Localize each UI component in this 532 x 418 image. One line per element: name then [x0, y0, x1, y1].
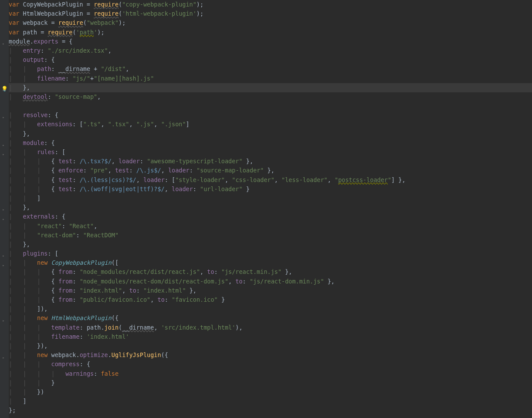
fold-icon[interactable]: ▸	[0, 215, 7, 224]
code-line[interactable]: | devtool: "source-map",	[9, 92, 532, 101]
fold-icon[interactable]: ▸	[0, 85, 7, 94]
code-line[interactable]: | | ]	[9, 194, 532, 203]
code-line[interactable]: | externals: {	[9, 212, 532, 221]
code-editor[interactable]: 💡▸▸▸▸▸▸▸▸▸▸▸ var CopyWebpackPlugin = req…	[0, 0, 532, 418]
editor-gutter: 💡▸▸▸▸▸▸▸▸▸▸▸	[0, 0, 9, 418]
code-line[interactable]: | },	[9, 83, 532, 92]
code-line[interactable]: | ]	[9, 397, 532, 406]
fold-icon[interactable]: ▸	[0, 251, 7, 260]
code-line[interactable]: | | | { from: "index.html", to: "index.h…	[9, 286, 532, 295]
code-line[interactable]: | },	[9, 129, 532, 138]
code-line[interactable]: | | "react": "React",	[9, 222, 532, 231]
code-line[interactable]: | | | { test: /\.(less|css)?$/, loader: …	[9, 175, 532, 185]
code-line[interactable]: | entry: "./src/index.tsx",	[9, 46, 532, 55]
code-line[interactable]: | | new webpack.optimize.UglifyJsPlugin(…	[9, 351, 532, 360]
code-line[interactable]: | | new CopyWebpackPlugin([	[9, 258, 532, 267]
code-line[interactable]: | | | }	[9, 378, 532, 388]
code-line[interactable]: | | rules: [	[9, 148, 532, 157]
code-line[interactable]: var HtmlWebpackPlugin = require('html-we…	[9, 9, 532, 18]
code-line[interactable]: | | | { from: "node_modules/react-dom/di…	[9, 277, 532, 286]
code-line[interactable]: | | | filename: 'index.html'	[9, 332, 532, 341]
code-line[interactable]: | | path: __dirname + "/dist",	[9, 64, 532, 74]
code-line[interactable]: | },	[9, 203, 532, 212]
code-line[interactable]: | | })	[9, 388, 532, 397]
code-line[interactable]: | | }),	[9, 341, 532, 351]
code-line[interactable]: var path = require('path');	[9, 28, 532, 37]
fold-icon[interactable]: ▸	[0, 205, 7, 214]
fold-icon[interactable]: ▸	[0, 261, 7, 270]
code-line[interactable]: | | extensions: [".ts", ".tsx", ".js", "…	[9, 120, 532, 129]
code-line[interactable]: | },	[9, 240, 532, 249]
fold-icon[interactable]: ▸	[0, 141, 7, 150]
code-line[interactable]: module.exports = {	[9, 37, 532, 46]
code-line[interactable]	[9, 101, 532, 111]
code-line[interactable]: | | | template: path.join(__dirname, 'sr…	[9, 323, 532, 332]
code-line[interactable]: | | | { test: /\.(woff|svg|eot|ttf)?$/, …	[9, 185, 532, 194]
code-line[interactable]: };	[9, 406, 532, 415]
fold-icon[interactable]: ▸	[0, 353, 7, 362]
code-line[interactable]: | | | { from: "node_modules/react/dist/r…	[9, 267, 532, 276]
fold-icon[interactable]: ▸	[0, 39, 7, 48]
fold-icon[interactable]: ▸	[0, 113, 7, 122]
code-line[interactable]: | | | { enforce: "pre", test: /\.js$/, l…	[9, 166, 532, 175]
code-line[interactable]: | | | { test: /\.tsx?$/, loader: "awesom…	[9, 157, 532, 166]
fold-icon[interactable]: ▸	[0, 150, 7, 159]
code-line[interactable]: | output: {	[9, 55, 532, 64]
code-line[interactable]: | | "react-dom": "ReactDOM"	[9, 231, 532, 240]
code-line[interactable]: | module: {	[9, 138, 532, 148]
code-line[interactable]: | | | { from: "public/favicon.ico", to: …	[9, 295, 532, 304]
fold-icon[interactable]: ▸	[0, 316, 7, 325]
code-area[interactable]: var CopyWebpackPlugin = require("copy-we…	[9, 0, 532, 418]
code-line[interactable]: | | filename: "js/"+"[name][hash].js"	[9, 74, 532, 83]
code-line[interactable]: | plugins: [	[9, 249, 532, 258]
code-line[interactable]: | | | | warnings: false	[9, 369, 532, 378]
code-line[interactable]: var webpack = require("webpack");	[9, 18, 532, 27]
code-line[interactable]: | | new HtmlWebpackPlugin({	[9, 314, 532, 323]
code-line[interactable]: var CopyWebpackPlugin = require("copy-we…	[9, 0, 532, 9]
code-line[interactable]: | | | compress: {	[9, 360, 532, 369]
code-line[interactable]: | resolve: {	[9, 111, 532, 120]
code-line[interactable]: | | ]),	[9, 304, 532, 314]
